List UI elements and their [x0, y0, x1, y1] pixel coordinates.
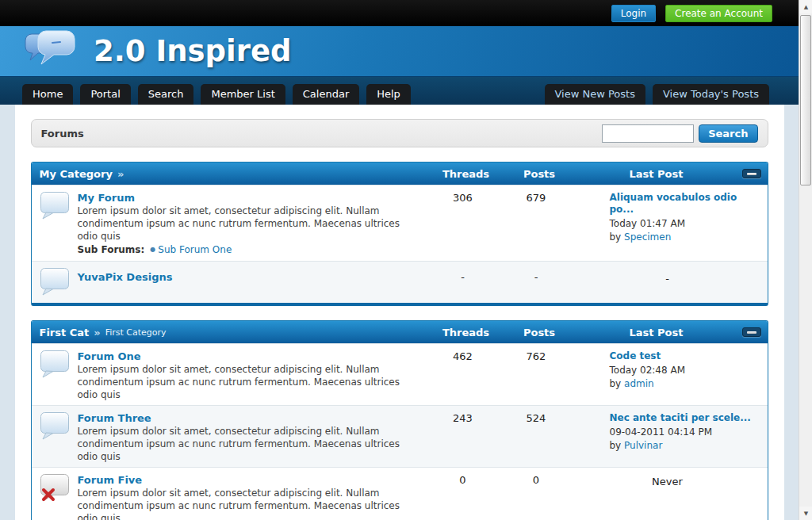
last-post-author-link[interactable]: Specimen [624, 231, 671, 243]
forum-row-yuvapix-designs: YuvaPix Designs - - - [32, 261, 768, 303]
forum-description: Lorem ipsum dolor sit amet, consectetur … [78, 205, 423, 243]
last-post-none: - [574, 268, 761, 285]
scroll-up-icon[interactable]: ▲ [799, 0, 812, 13]
threads-count: 243 [427, 410, 499, 463]
category-separator: » [117, 168, 124, 180]
forum-status-icon [40, 189, 78, 257]
nav-right-group: View New Posts View Today's Posts [545, 84, 776, 105]
subforums-line: Sub Forums:●Sub Forum One [78, 243, 423, 257]
forum-row-forum-five: Forum Five Lorem ipsum dolor sit amet, c… [32, 467, 768, 520]
posts-count: 524 [499, 410, 574, 463]
category-my-category: My Category » Threads Posts Last Post My… [31, 162, 768, 306]
forum-row-my-forum: My Forum Lorem ipsum dolor sit amet, con… [32, 185, 768, 261]
last-post-link[interactable]: Code test [610, 350, 761, 362]
nav-tab-home[interactable]: Home [22, 84, 73, 105]
threads-count: 462 [427, 348, 499, 401]
last-post-author-link[interactable]: Pulvinar [624, 440, 662, 451]
search-input[interactable] [602, 124, 694, 143]
category-header: First Cat » First Category Threads Posts… [32, 321, 768, 343]
column-header-last-post: Last Post [577, 168, 736, 180]
threads-count: 0 [427, 472, 499, 520]
by-label: by [610, 231, 622, 243]
category-separator: » [94, 327, 100, 338]
category-title-link[interactable]: First Cat [40, 327, 90, 338]
forum-status-icon [40, 410, 78, 463]
forum-link-forum-one[interactable]: Forum One [78, 350, 141, 363]
nav-tab-view-new-posts[interactable]: View New Posts [545, 84, 645, 105]
last-post-time: Today 02:48 AM [610, 365, 761, 376]
site-header: 2.0 Inspired [0, 26, 799, 77]
by-label: by [610, 378, 622, 389]
nav-tab-portal[interactable]: Portal [80, 84, 130, 105]
nav-tab-view-todays-posts[interactable]: View Today's Posts [653, 84, 769, 105]
forum-closed-icon [40, 472, 78, 520]
column-header-threads: Threads [431, 168, 502, 180]
search-button[interactable]: Search [699, 124, 757, 143]
subforum-link[interactable]: Sub Forum One [158, 244, 232, 255]
last-post-link[interactable]: Nec ante taciti per scele... [610, 412, 761, 424]
by-label: by [610, 440, 622, 451]
last-post-author-link[interactable]: admin [624, 378, 654, 389]
last-post-time: Today 01:47 AM [610, 218, 761, 229]
nav-tab-calendar[interactable]: Calendar [293, 84, 359, 105]
collapse-category-button[interactable] [742, 169, 761, 178]
column-header-posts: Posts [502, 168, 577, 180]
scrollbar-thumb[interactable] [800, 15, 811, 185]
site-title: 2.0 Inspired [94, 34, 292, 68]
search-form: Search [602, 124, 757, 143]
category-subtitle: First Category [105, 327, 167, 338]
nav-tab-help[interactable]: Help [366, 84, 411, 105]
forum-link-yuvapix-designs[interactable]: YuvaPix Designs [78, 270, 173, 284]
subforum-bullet-icon: ● [150, 246, 155, 253]
content-area: Forums Search My Category » Threads Post… [15, 105, 784, 520]
nav-tab-search[interactable]: Search [138, 84, 194, 105]
login-button[interactable]: Login [611, 5, 656, 22]
collapse-category-button[interactable] [742, 327, 761, 337]
forum-status-icon [40, 266, 78, 299]
nav-bar: Home Portal Search Member List Calendar … [0, 77, 799, 105]
breadcrumb[interactable]: Forums [41, 128, 84, 140]
posts-count: 679 [499, 189, 574, 257]
posts-count: 0 [499, 472, 574, 520]
create-account-button[interactable]: Create an Account [665, 5, 772, 22]
posts-count: 762 [499, 348, 574, 401]
vertical-scrollbar[interactable]: ▲ ▼ [799, 0, 812, 520]
forum-link-forum-three[interactable]: Forum Three [78, 411, 151, 425]
forum-link-forum-five[interactable]: Forum Five [78, 473, 143, 487]
forum-link-my-forum[interactable]: My Forum [78, 191, 135, 205]
category-first-cat: First Cat » First Category Threads Posts… [31, 320, 768, 520]
forum-description: Lorem ipsum dolor sit amet, consectetur … [78, 363, 423, 401]
speech-bubbles-logo-icon [24, 29, 76, 74]
scroll-down-icon[interactable]: ▼ [799, 507, 812, 520]
forum-row-forum-one: Forum One Lorem ipsum dolor sit amet, co… [32, 343, 768, 405]
top-bar: Login Create an Account [0, 0, 799, 26]
last-post-link[interactable]: Aliquam vocabulos odio po... [610, 192, 761, 216]
nav-tab-member-list[interactable]: Member List [201, 84, 285, 105]
category-title-link[interactable]: My Category [40, 168, 113, 180]
posts-count: - [499, 266, 574, 299]
threads-count: - [427, 266, 499, 299]
last-post-never: Never [574, 474, 761, 488]
subforums-label: Sub Forums: [78, 244, 145, 255]
site-logo[interactable]: 2.0 Inspired [24, 29, 292, 74]
threads-count: 306 [427, 189, 499, 257]
column-header-last-post: Last Post [577, 327, 736, 338]
forum-status-icon [40, 348, 78, 401]
forum-description: Lorem ipsum dolor sit amet, consectetur … [78, 487, 423, 520]
last-post-time: 09-04-2011 04:14 PM [610, 426, 761, 438]
forum-row-forum-three: Forum Three Lorem ipsum dolor sit amet, … [32, 405, 768, 467]
breadcrumb-bar: Forums Search [31, 119, 768, 147]
forum-description: Lorem ipsum dolor sit amet, consectetur … [78, 425, 423, 463]
page-background: Forums Search My Category » Threads Post… [0, 105, 799, 520]
column-header-threads: Threads [431, 327, 502, 338]
column-header-posts: Posts [502, 327, 577, 338]
category-header: My Category » Threads Posts Last Post [32, 162, 768, 185]
